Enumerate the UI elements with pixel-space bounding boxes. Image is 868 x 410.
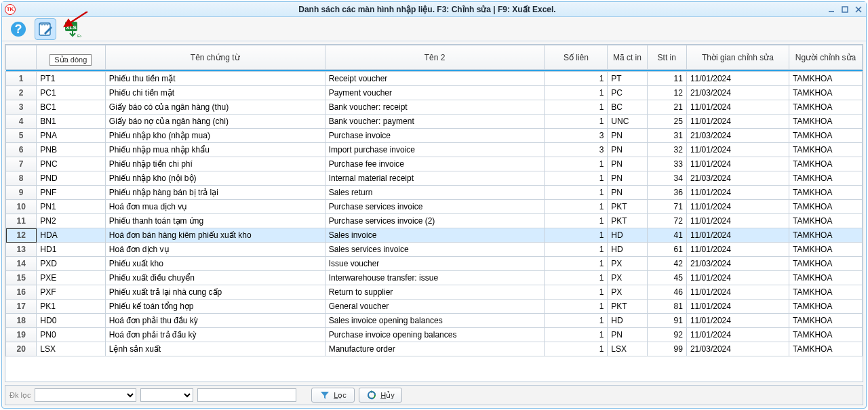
table-row[interactable]: 10PN1Hoá đơn mua dịch vụPurchase service… <box>6 200 863 214</box>
filter-operator-select[interactable] <box>140 388 193 402</box>
table-row[interactable]: 18HD0Hoá đơn phải thu đầu kỳSales invoic… <box>6 314 863 328</box>
table-row[interactable]: 4BN1Giấy báo nợ của ngân hàng (chi)Bank … <box>6 115 863 129</box>
cell-ten2: Manufacture order <box>325 342 545 356</box>
row-number: 7 <box>6 157 37 171</box>
cell-sttin: 72 <box>647 214 686 228</box>
table-row[interactable]: 9PNFPhiếu nhập hàng bán bị trả lạiSales … <box>6 186 863 200</box>
cell-sttin: 33 <box>647 157 686 171</box>
help-button[interactable]: ? <box>7 18 29 40</box>
cell-user: TAMKHOA <box>789 115 863 129</box>
app-window: TK Danh sách các màn hình nhập liệu. F3:… <box>1 1 867 409</box>
table-row[interactable]: 2PC1Phiếu chi tiền mặtPayment voucher1PC… <box>6 86 863 100</box>
cell-ten2: Purchase invoice <box>325 129 545 143</box>
table-row[interactable]: 8PNDPhiếu nhập kho (nội bộ)Internal mate… <box>6 171 863 186</box>
data-grid[interactable]: Mã Sửa dòng Tên chứng từ Tên 2 Số liên M… <box>5 44 863 382</box>
cell-solien: 1 <box>545 200 608 214</box>
table-row[interactable]: 14PXDPhiếu xuất khoIssue voucher1PX4221/… <box>6 257 863 271</box>
cell-time: 11/01/2024 <box>686 100 789 115</box>
svg-text:Excel: Excel <box>77 34 81 38</box>
cell-sttin: 31 <box>647 129 686 143</box>
cell-ten: Hoá đơn mua dịch vụ <box>105 200 325 214</box>
cell-ten: Phiếu thanh toán tạm ứng <box>105 214 325 228</box>
table-row[interactable]: 1PT1Phiếu thu tiền mặtReceipt voucher1PT… <box>6 72 863 86</box>
table-row[interactable]: 7PNCPhiếu nhập tiền chi phíPurchase fee … <box>6 157 863 171</box>
cell-time: 11/01/2024 <box>686 143 789 157</box>
row-number: 3 <box>6 100 37 115</box>
row-number: 8 <box>6 171 37 186</box>
table-row[interactable]: 3BC1Giấy báo có của ngân hàng (thu)Bank … <box>6 100 863 115</box>
cell-sttin: 81 <box>647 300 686 314</box>
cell-user: TAMKHOA <box>789 171 863 186</box>
toolbar: ? XLSExcel <box>2 17 866 41</box>
cell-ten: Phiếu xuất kho <box>105 257 325 271</box>
refresh-icon <box>367 390 376 400</box>
cell-ma: LSX <box>37 342 105 356</box>
cell-solien: 1 <box>545 214 608 228</box>
row-number: 2 <box>6 86 37 100</box>
col-header-ten2[interactable]: Tên 2 <box>325 45 545 70</box>
cell-mact: PKT <box>608 300 647 314</box>
cell-ma: HDA <box>37 228 105 243</box>
row-number: 20 <box>6 342 37 356</box>
cell-ten2: Purchase invoice opening balances <box>325 328 545 342</box>
cell-user: TAMKHOA <box>789 129 863 143</box>
filter-field-select[interactable] <box>35 388 136 402</box>
col-header-ten[interactable]: Tên chứng từ <box>105 45 325 70</box>
col-header-sttin[interactable]: Stt in <box>647 45 686 70</box>
header-row: Mã Sửa dòng Tên chứng từ Tên 2 Số liên M… <box>6 45 863 70</box>
table-row[interactable]: 6PNBPhiếu nhập mua nhập khẩuImport purch… <box>6 143 863 157</box>
edit-row-button[interactable] <box>35 18 56 40</box>
table-row[interactable]: 17PK1Phiếu kế toán tổng hợpGeneral vouch… <box>6 300 863 314</box>
cell-time: 11/01/2024 <box>686 328 789 342</box>
export-excel-button[interactable]: XLSExcel <box>62 18 83 40</box>
table-row[interactable]: 16PXFPhiếu xuất trả lại nhà cung cấpRetu… <box>6 285 863 300</box>
table-row[interactable]: 12HDAHoá đơn bán hàng kiêm phiếu xuất kh… <box>6 228 863 243</box>
table-row[interactable]: 11PN2Phiếu thanh toán tạm ứngPurchase se… <box>6 214 863 228</box>
col-header-rownum[interactable] <box>6 45 37 70</box>
cell-mact: HD <box>608 314 647 328</box>
col-header-user[interactable]: Người chỉnh sửa <box>789 45 863 70</box>
cell-time: 11/01/2024 <box>686 115 789 129</box>
filter-apply-button[interactable]: Lọc <box>311 388 355 403</box>
cell-mact: PN <box>608 157 647 171</box>
cell-time: 21/03/2024 <box>686 129 789 143</box>
cell-solien: 1 <box>545 257 608 271</box>
table-row[interactable]: 15PXEPhiếu xuất điều chuyểnInterwarehous… <box>6 271 863 285</box>
cell-ten2: Interwarehouse transfer: issue <box>325 271 545 285</box>
minimize-button[interactable] <box>827 5 836 14</box>
row-number: 4 <box>6 115 37 129</box>
col-header-solien[interactable]: Số liên <box>545 45 608 70</box>
cell-sttin: 71 <box>647 200 686 214</box>
cell-sttin: 61 <box>647 243 686 257</box>
table-row[interactable]: 5PNAPhiếu nhập kho (nhập mua)Purchase in… <box>6 129 863 143</box>
col-header-mact[interactable]: Mã ct in <box>608 45 647 70</box>
cell-ten2: Sales return <box>325 186 545 200</box>
cell-ten: Hoá đơn phải thu đầu kỳ <box>105 314 325 328</box>
row-number: 5 <box>6 129 37 143</box>
table-row[interactable]: 19PN0Hoá đơn phải trả đầu kỳPurchase inv… <box>6 328 863 342</box>
table-row[interactable]: 20LSXLệnh sản xuấtManufacture order1LSX9… <box>6 342 863 356</box>
cell-mact: UNC <box>608 115 647 129</box>
cell-user: TAMKHOA <box>789 257 863 271</box>
cell-ma: PK1 <box>37 300 105 314</box>
cell-ten2: Bank voucher: receipt <box>325 100 545 115</box>
cell-sttin: 21 <box>647 100 686 115</box>
cell-time: 11/01/2024 <box>686 157 789 171</box>
close-button[interactable] <box>854 5 863 14</box>
cell-mact: PC <box>608 86 647 100</box>
cell-time: 11/01/2024 <box>686 300 789 314</box>
table-row[interactable]: 13HD1Hoá đơn dịch vụSales services invoi… <box>6 243 863 257</box>
cell-user: TAMKHOA <box>789 243 863 257</box>
cell-ten2: General voucher <box>325 300 545 314</box>
cell-solien: 1 <box>545 271 608 285</box>
cell-time: 21/03/2024 <box>686 257 789 271</box>
funnel-icon <box>320 390 330 400</box>
cell-solien: 1 <box>545 328 608 342</box>
col-header-time[interactable]: Thời gian chỉnh sửa <box>686 45 789 70</box>
filter-cancel-button[interactable]: Hủy <box>359 388 402 403</box>
filter-value-input[interactable] <box>197 388 296 402</box>
cell-sttin: 34 <box>647 171 686 186</box>
col-header-ma[interactable]: Mã Sửa dòng <box>37 45 105 70</box>
maximize-button[interactable] <box>840 5 850 14</box>
cell-user: TAMKHOA <box>789 285 863 300</box>
